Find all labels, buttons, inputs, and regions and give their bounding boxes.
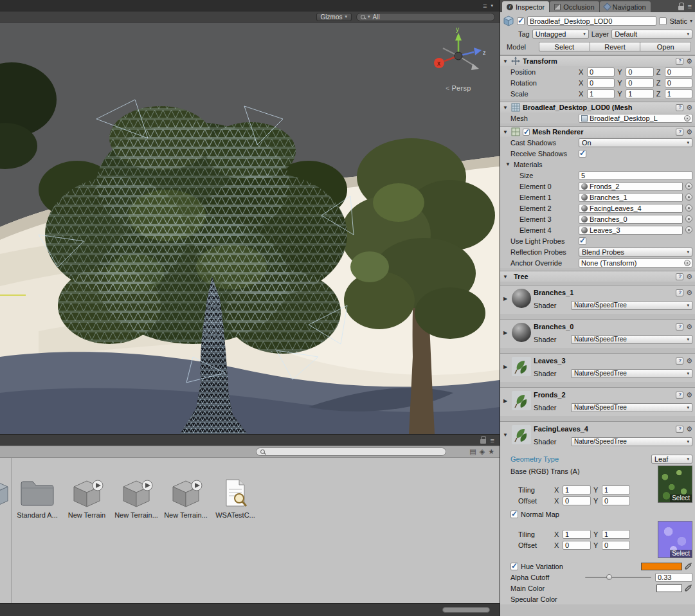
help-icon[interactable] <box>676 289 683 296</box>
search-filter-arrow-icon[interactable]: ▾ <box>368 14 370 19</box>
eyedropper-icon[interactable] <box>685 562 692 570</box>
gear-icon[interactable]: ⚙ <box>686 58 692 65</box>
foldout-icon[interactable]: ▶ <box>501 287 509 310</box>
eyedropper-icon[interactable] <box>685 584 692 592</box>
rotation-y-field[interactable]: 0 <box>626 78 653 87</box>
gizmos-dropdown[interactable]: Gizmos ▾ <box>316 13 352 21</box>
normal-texture-thumbnail[interactable]: Select <box>658 521 692 558</box>
receive-shadows-checkbox[interactable] <box>579 150 586 158</box>
select-texture-button[interactable]: Select <box>670 494 692 502</box>
help-icon[interactable] <box>676 392 683 399</box>
gameobject-name-field[interactable]: Broadleaf_Desktop_LOD0 <box>527 16 656 26</box>
shader-dropdown[interactable]: Nature/SpeedTree ▾ <box>571 403 692 412</box>
active-checkbox[interactable] <box>517 17 525 25</box>
gear-icon[interactable]: ⚙ <box>686 104 692 111</box>
help-icon[interactable] <box>676 273 683 280</box>
gear-icon[interactable]: ⚙ <box>686 426 692 433</box>
help-icon[interactable] <box>676 58 683 65</box>
material-object-field[interactable]: Fronds_2 <box>579 182 683 191</box>
tab-inspector[interactable]: i Inspector <box>502 1 549 12</box>
normal-offset-y-field[interactable]: 0 <box>602 541 630 550</box>
layer-dropdown[interactable]: Default ▾ <box>611 30 692 39</box>
material-preview-leaf[interactable] <box>512 425 531 444</box>
help-icon[interactable] <box>676 104 683 111</box>
slider-knob[interactable] <box>606 574 612 580</box>
material-object-field[interactable]: Branches_0 <box>579 215 683 224</box>
asset-item-folder[interactable]: Standard A... <box>17 478 58 519</box>
object-picker-icon[interactable] <box>685 194 692 201</box>
position-x-field[interactable]: 0 <box>587 68 615 77</box>
horizontal-scrollbar-thumb[interactable] <box>442 607 490 613</box>
normal-tiling-x-field[interactable]: 1 <box>563 530 591 539</box>
gear-icon[interactable]: ⚙ <box>686 323 692 331</box>
materials-size-field[interactable]: 5 <box>579 171 692 180</box>
asset-item-partial[interactable] <box>0 478 13 509</box>
rotation-x-field[interactable]: 0 <box>587 78 615 87</box>
static-checkbox[interactable] <box>659 17 667 25</box>
project-search-input[interactable] <box>256 448 446 456</box>
help-icon[interactable] <box>676 129 683 136</box>
favorites-icon[interactable]: ★ <box>488 448 494 456</box>
material-object-field[interactable]: Branches_1 <box>579 193 683 202</box>
shader-dropdown[interactable]: Nature/SpeedTree ▾ <box>571 301 692 310</box>
main-color-swatch[interactable] <box>656 584 682 592</box>
material-preview-leaf[interactable] <box>512 391 531 410</box>
project-menu-icon[interactable]: ≡ <box>491 437 494 444</box>
model-open-button[interactable]: Open <box>640 42 691 51</box>
model-revert-button[interactable]: Revert <box>590 42 641 51</box>
object-picker-icon[interactable] <box>685 215 692 222</box>
object-picker-icon[interactable] <box>684 260 690 266</box>
object-picker-icon[interactable] <box>685 226 692 233</box>
static-dropdown-arrow-icon[interactable]: ▾ <box>690 18 692 24</box>
foldout-icon[interactable]: ▶ <box>501 356 509 378</box>
alpha-cutoff-slider[interactable] <box>585 573 651 581</box>
gear-icon[interactable]: ⚙ <box>686 358 692 365</box>
foldout-icon[interactable]: ▼ <box>503 274 509 280</box>
shader-dropdown[interactable]: Nature/SpeedTree ▾ <box>571 369 692 378</box>
asset-item-package[interactable]: New Terrain... <box>165 478 206 519</box>
scene-orientation-gizmo[interactable]: y x z <Persp <box>428 26 489 92</box>
scale-x-field[interactable]: 1 <box>587 89 615 98</box>
base-offset-x-field[interactable]: 0 <box>563 496 591 505</box>
axis-x-label[interactable]: x <box>437 60 440 67</box>
help-icon[interactable] <box>676 426 683 433</box>
window-menu-icon[interactable]: ≡ <box>483 2 487 10</box>
material-preview-sphere[interactable] <box>512 323 531 342</box>
scene-view[interactable]: y x z <Persp <box>0 23 500 434</box>
normal-tiling-y-field[interactable]: 1 <box>602 530 630 539</box>
component-enabled-checkbox[interactable] <box>523 129 530 136</box>
gear-icon[interactable]: ⚙ <box>686 392 692 399</box>
reflection-probes-dropdown[interactable]: Blend Probes ▾ <box>579 248 692 257</box>
material-preview-sphere[interactable] <box>512 289 531 308</box>
asset-labels-icon[interactable]: ▤ <box>469 448 476 456</box>
asset-store-icon[interactable]: ◈ <box>480 448 485 456</box>
tab-occlusion[interactable]: Occlusion <box>550 1 599 12</box>
foldout-icon[interactable]: ▼ <box>505 161 511 167</box>
gear-icon[interactable]: ⚙ <box>686 289 692 296</box>
material-preview-leaf[interactable] <box>512 357 531 376</box>
lock-icon[interactable] <box>480 439 486 444</box>
asset-item-package[interactable]: New Terrain <box>66 478 107 519</box>
foldout-icon[interactable]: ▼ <box>503 59 509 64</box>
gear-icon[interactable]: ⚙ <box>686 273 692 280</box>
asset-item-file[interactable]: WSATestC... <box>215 478 256 519</box>
base-tiling-y-field[interactable]: 1 <box>602 485 630 494</box>
window-menu-arrow-icon[interactable]: ▾ <box>491 3 493 8</box>
hue-variation-color-swatch[interactable] <box>641 563 682 570</box>
tag-dropdown[interactable]: Untagged ▾ <box>532 30 589 39</box>
object-picker-icon[interactable] <box>684 115 690 122</box>
perspective-toggle[interactable]: <Persp <box>428 84 489 92</box>
gameobject-cube-icon[interactable] <box>503 15 514 27</box>
help-icon[interactable] <box>676 323 683 331</box>
scene-search-input[interactable]: ▾ All <box>356 13 495 21</box>
foldout-icon[interactable]: ▶ <box>501 390 509 412</box>
base-offset-y-field[interactable]: 0 <box>602 496 630 505</box>
base-tiling-x-field[interactable]: 1 <box>563 485 591 494</box>
inspector-menu-icon[interactable]: ≡ <box>688 3 692 10</box>
mesh-object-field[interactable]: Broadleaf_Desktop_L <box>579 114 692 123</box>
alpha-cutoff-field[interactable]: 0.33 <box>655 573 692 582</box>
axis-z-label[interactable]: z <box>483 50 486 56</box>
axis-y-label[interactable]: y <box>456 26 459 33</box>
geometry-type-dropdown[interactable]: Leaf ▾ <box>651 455 692 464</box>
cast-shadows-dropdown[interactable]: On ▾ <box>579 138 692 147</box>
